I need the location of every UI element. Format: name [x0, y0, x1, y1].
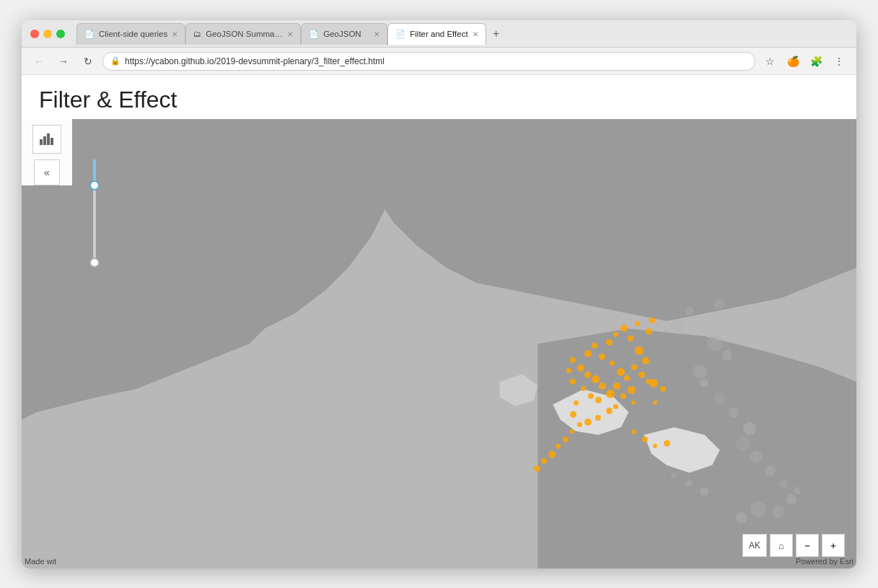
- chevron-left-icon: «: [44, 167, 50, 178]
- minimize-traffic-light[interactable]: [43, 30, 52, 38]
- slider-thumb-bottom[interactable]: [89, 258, 100, 268]
- data-point: [620, 393, 626, 399]
- alaska-button[interactable]: AK: [742, 534, 767, 557]
- maximize-traffic-light[interactable]: [56, 30, 65, 38]
- data-point: [664, 440, 670, 447]
- extension-button[interactable]: 🧩: [806, 51, 826, 71]
- data-point: [646, 328, 652, 335]
- excluded-data-point: [700, 487, 708, 496]
- tab-close-button[interactable]: ✕: [172, 30, 177, 38]
- profile-button[interactable]: 🍊: [783, 51, 803, 71]
- reload-button[interactable]: ↻: [78, 51, 98, 71]
- bar-chart-icon: [40, 133, 54, 145]
- excluded-data-point: [685, 480, 693, 487]
- menu-button[interactable]: ⋮: [829, 51, 849, 71]
- tab-label: GeoJSON Summary Format: [206, 30, 283, 38]
- data-point: [606, 390, 615, 398]
- bookmark-button[interactable]: ☆: [760, 51, 780, 71]
- data-point: [599, 382, 606, 390]
- collapse-button[interactable]: «: [34, 159, 60, 185]
- tab-filter-effect[interactable]: 📄 Filter and Effect ✕: [387, 23, 486, 45]
- excluded-data-point: [685, 307, 694, 315]
- map-footer-left: Made wit: [25, 557, 56, 566]
- data-point: [631, 429, 636, 434]
- excluded-data-point: [714, 393, 726, 405]
- map-footer-right: Powered by Esri: [796, 557, 853, 566]
- map-area[interactable]: AK ⌂ − + Made wit Powered by Esri: [22, 119, 856, 569]
- excluded-data-point: [779, 480, 788, 488]
- svg-rect-1: [43, 136, 46, 145]
- map-controls: AK ⌂ − +: [742, 534, 845, 557]
- page-content: Filter & Effect: [22, 75, 856, 569]
- tab-close-button[interactable]: ✕: [374, 30, 379, 38]
- data-point: [606, 408, 613, 414]
- browser-toolbar: ← → ↻ 🔒 https://ycabon.github.io/2019-de…: [22, 48, 856, 75]
- page-header: Filter & Effect: [22, 75, 856, 119]
- data-point: [624, 375, 630, 381]
- data-point: [649, 317, 655, 323]
- data-point: [577, 364, 584, 372]
- excluded-data-point: [736, 512, 747, 524]
- excluded-data-point: [765, 465, 776, 476]
- tab-icon: 📄: [84, 30, 95, 39]
- tab-close-button[interactable]: ✕: [473, 30, 478, 38]
- excluded-data-point: [729, 314, 736, 321]
- data-point: [592, 343, 597, 348]
- data-point: [617, 368, 625, 376]
- new-tab-button[interactable]: +: [486, 24, 506, 44]
- zoom-out-button[interactable]: −: [796, 534, 819, 557]
- data-point: [534, 465, 540, 472]
- data-point: [649, 379, 658, 387]
- tab-icon: 🗂: [193, 30, 201, 38]
- tab-geojson[interactable]: 📄 GeoJSON ✕: [301, 23, 387, 45]
- chart-icon-button[interactable]: [32, 125, 61, 154]
- home-icon: ⌂: [778, 540, 784, 551]
- tab-client-side-queries[interactable]: 📄 Client-side queries ✕: [76, 23, 185, 45]
- browser-titlebar: 📄 Client-side queries ✕ 🗂 GeoJSON Summar…: [22, 20, 856, 48]
- zoom-in-button[interactable]: +: [822, 534, 845, 557]
- data-point: [638, 372, 645, 378]
- data-point: [606, 339, 613, 346]
- address-bar[interactable]: 🔒 https://ycabon.github.io/2019-devsummi…: [102, 52, 755, 71]
- data-point: [653, 400, 657, 405]
- data-point: [599, 354, 605, 360]
- data-point: [610, 361, 615, 366]
- data-point: [584, 372, 591, 378]
- home-button[interactable]: ⌂: [770, 534, 793, 557]
- svg-rect-2: [47, 133, 50, 145]
- slider-thumb-top[interactable]: [89, 180, 100, 190]
- tab-icon: 📄: [395, 30, 405, 39]
- tab-icon: 📄: [309, 30, 319, 39]
- data-point: [613, 332, 618, 337]
- data-point: [642, 436, 648, 442]
- excluded-data-point: [794, 487, 801, 494]
- close-traffic-light[interactable]: [30, 30, 39, 38]
- svg-rect-0: [40, 139, 43, 145]
- forward-button[interactable]: →: [53, 51, 74, 71]
- tab-geojson-summary[interactable]: 🗂 GeoJSON Summary Format ✕: [185, 23, 301, 45]
- data-point: [595, 415, 601, 421]
- tab-close-button[interactable]: ✕: [287, 30, 293, 38]
- data-point: [584, 350, 592, 357]
- page-body: AK ⌂ − + Made wit Powered by Esri: [22, 119, 856, 569]
- excluded-data-point: [700, 379, 708, 387]
- data-point: [613, 382, 620, 390]
- excluded-data-point: [786, 494, 796, 504]
- back-button[interactable]: ←: [29, 51, 49, 71]
- excluded-data-point: [772, 505, 785, 518]
- data-point: [653, 444, 657, 448]
- data-point: [631, 400, 636, 405]
- tab-label: GeoJSON: [323, 30, 369, 38]
- data-point: [628, 386, 636, 394]
- page-title: Filter & Effect: [39, 87, 839, 113]
- lock-icon: 🔒: [110, 56, 120, 66]
- data-point: [541, 458, 547, 464]
- excluded-data-point: [671, 321, 684, 334]
- data-point: [570, 357, 576, 363]
- url-text: https://ycabon.github.io/2019-devsummit-…: [125, 56, 747, 66]
- data-point: [628, 335, 633, 341]
- excluded-data-point: [750, 451, 762, 462]
- toolbar-actions: ☆ 🍊 🧩 ⋮: [760, 51, 849, 71]
- slider-track: [93, 159, 96, 263]
- data-point: [566, 368, 571, 373]
